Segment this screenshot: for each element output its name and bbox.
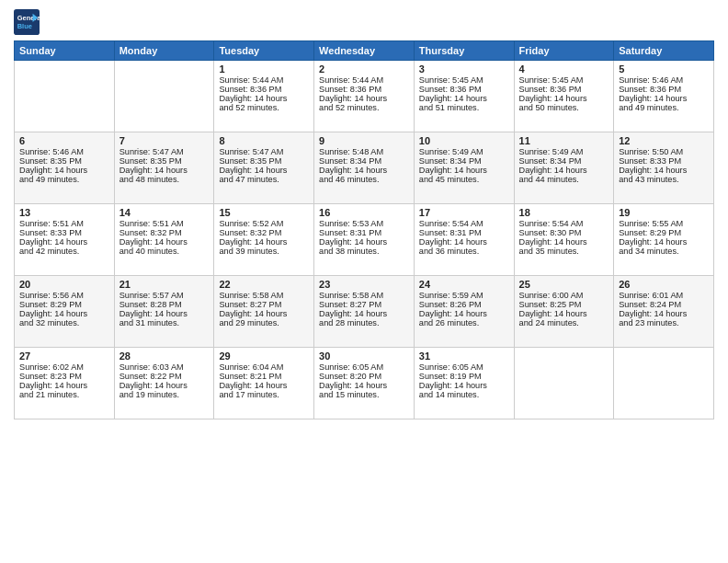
calendar-cell: 24Sunrise: 5:59 AMSunset: 8:26 PMDayligh… — [414, 276, 514, 348]
calendar-cell: 18Sunrise: 5:54 AMSunset: 8:30 PMDayligh… — [514, 204, 614, 276]
day-header-monday: Monday — [114, 41, 214, 61]
day-number: 19 — [619, 207, 709, 218]
calendar-cell: 31Sunrise: 6:05 AMSunset: 8:19 PMDayligh… — [414, 348, 514, 419]
calendar-body: 1Sunrise: 5:44 AMSunset: 8:36 PMDaylight… — [15, 61, 714, 419]
calendar-cell: 4Sunrise: 5:45 AMSunset: 8:36 PMDaylight… — [514, 61, 614, 132]
day-number: 15 — [219, 207, 309, 218]
day-number: 11 — [519, 135, 609, 146]
day-number: 29 — [219, 350, 309, 362]
day-number: 6 — [19, 135, 109, 146]
day-number: 20 — [19, 279, 109, 290]
calendar-cell: 1Sunrise: 5:44 AMSunset: 8:36 PMDaylight… — [214, 61, 314, 132]
calendar-cell: 5Sunrise: 5:46 AMSunset: 8:36 PMDaylight… — [614, 61, 714, 132]
day-number: 9 — [319, 135, 409, 146]
day-number: 7 — [119, 135, 210, 146]
calendar-cell: 10Sunrise: 5:49 AMSunset: 8:34 PMDayligh… — [414, 132, 514, 204]
day-number: 25 — [519, 279, 609, 290]
svg-text:Blue: Blue — [17, 22, 32, 30]
calendar-cell: 29Sunrise: 6:04 AMSunset: 8:21 PMDayligh… — [214, 348, 314, 419]
calendar-cell: 20Sunrise: 5:56 AMSunset: 8:29 PMDayligh… — [15, 276, 115, 348]
calendar-cell: 6Sunrise: 5:46 AMSunset: 8:35 PMDaylight… — [15, 132, 115, 204]
day-header-saturday: Saturday — [614, 41, 714, 61]
day-number: 30 — [319, 350, 409, 362]
day-number: 16 — [319, 207, 409, 218]
calendar-cell: 9Sunrise: 5:48 AMSunset: 8:34 PMDaylight… — [314, 132, 415, 204]
calendar-cell — [514, 348, 614, 419]
day-number: 12 — [619, 135, 709, 146]
day-number: 17 — [419, 207, 509, 218]
day-header-thursday: Thursday — [414, 41, 514, 61]
calendar-cell: 26Sunrise: 6:01 AMSunset: 8:24 PMDayligh… — [614, 276, 714, 348]
day-number: 28 — [119, 350, 210, 362]
calendar-cell: 12Sunrise: 5:50 AMSunset: 8:33 PMDayligh… — [614, 132, 714, 204]
calendar-cell: 27Sunrise: 6:02 AMSunset: 8:23 PMDayligh… — [15, 348, 115, 419]
week-row-2: 6Sunrise: 5:46 AMSunset: 8:35 PMDaylight… — [15, 132, 714, 204]
logo: General Blue — [14, 9, 40, 35]
page: General Blue SundayMondayTuesdayWednesda… — [0, 0, 728, 563]
calendar-cell — [114, 61, 214, 132]
week-row-4: 20Sunrise: 5:56 AMSunset: 8:29 PMDayligh… — [15, 276, 714, 348]
day-number: 22 — [219, 279, 309, 290]
day-number: 21 — [119, 279, 210, 290]
calendar-cell: 25Sunrise: 6:00 AMSunset: 8:25 PMDayligh… — [514, 276, 614, 348]
day-number: 1 — [219, 63, 309, 75]
day-header-sunday: Sunday — [15, 41, 115, 61]
calendar-cell: 15Sunrise: 5:52 AMSunset: 8:32 PMDayligh… — [214, 204, 314, 276]
calendar-cell: 2Sunrise: 5:44 AMSunset: 8:36 PMDaylight… — [314, 61, 415, 132]
calendar-cell: 28Sunrise: 6:03 AMSunset: 8:22 PMDayligh… — [114, 348, 214, 419]
calendar-cell: 13Sunrise: 5:51 AMSunset: 8:33 PMDayligh… — [15, 204, 115, 276]
calendar-cell: 23Sunrise: 5:58 AMSunset: 8:27 PMDayligh… — [314, 276, 415, 348]
calendar-cell — [614, 348, 714, 419]
calendar-cell: 30Sunrise: 6:05 AMSunset: 8:20 PMDayligh… — [314, 348, 415, 419]
calendar-cell: 7Sunrise: 5:47 AMSunset: 8:35 PMDaylight… — [114, 132, 214, 204]
week-row-5: 27Sunrise: 6:02 AMSunset: 8:23 PMDayligh… — [15, 348, 714, 419]
day-number: 13 — [19, 207, 109, 218]
day-number: 5 — [619, 63, 709, 75]
header: General Blue — [14, 9, 714, 35]
day-number: 24 — [419, 279, 509, 290]
calendar-cell: 17Sunrise: 5:54 AMSunset: 8:31 PMDayligh… — [414, 204, 514, 276]
day-number: 14 — [119, 207, 210, 218]
week-row-3: 13Sunrise: 5:51 AMSunset: 8:33 PMDayligh… — [15, 204, 714, 276]
day-number: 23 — [319, 279, 409, 290]
calendar-cell: 22Sunrise: 5:58 AMSunset: 8:27 PMDayligh… — [214, 276, 314, 348]
calendar-cell: 11Sunrise: 5:49 AMSunset: 8:34 PMDayligh… — [514, 132, 614, 204]
day-number: 2 — [319, 63, 409, 75]
day-number: 10 — [419, 135, 509, 146]
week-row-1: 1Sunrise: 5:44 AMSunset: 8:36 PMDaylight… — [15, 61, 714, 132]
day-number: 18 — [519, 207, 609, 218]
day-header-friday: Friday — [514, 41, 614, 61]
day-header-wednesday: Wednesday — [314, 41, 415, 61]
calendar-cell: 16Sunrise: 5:53 AMSunset: 8:31 PMDayligh… — [314, 204, 415, 276]
calendar-cell — [15, 61, 115, 132]
day-number: 4 — [519, 63, 609, 75]
calendar-header-row: SundayMondayTuesdayWednesdayThursdayFrid… — [15, 41, 714, 61]
logo-icon: General Blue — [14, 9, 40, 35]
day-header-tuesday: Tuesday — [214, 41, 314, 61]
calendar-cell: 14Sunrise: 5:51 AMSunset: 8:32 PMDayligh… — [114, 204, 214, 276]
day-number: 26 — [619, 279, 709, 290]
calendar-cell: 3Sunrise: 5:45 AMSunset: 8:36 PMDaylight… — [414, 61, 514, 132]
calendar-cell: 8Sunrise: 5:47 AMSunset: 8:35 PMDaylight… — [214, 132, 314, 204]
calendar-table: SundayMondayTuesdayWednesdayThursdayFrid… — [14, 40, 714, 419]
day-number: 27 — [19, 350, 109, 362]
calendar-cell: 19Sunrise: 5:55 AMSunset: 8:29 PMDayligh… — [614, 204, 714, 276]
day-number: 3 — [419, 63, 509, 75]
day-number: 31 — [419, 350, 509, 362]
calendar-cell: 21Sunrise: 5:57 AMSunset: 8:28 PMDayligh… — [114, 276, 214, 348]
day-number: 8 — [219, 135, 309, 146]
